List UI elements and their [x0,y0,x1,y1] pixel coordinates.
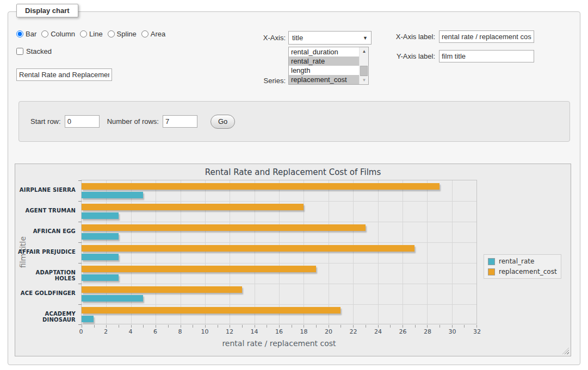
x-axis-tick [156,325,156,328]
plot-area [81,180,477,324]
category-label: ACADEMY DINOSAUR [15,311,76,323]
stacked-option[interactable]: Stacked [16,47,52,55]
chart-type-option-line[interactable]: Line [80,30,103,38]
chart-type-option-spline[interactable]: Spline [108,30,137,38]
chart-type-label: Spline [117,30,137,38]
x-tick-label: 28 [424,328,431,335]
gridline-vertical [205,180,206,324]
x-axis-tick [316,325,317,328]
chart-container: Rental Rate and Replacement Cost of Film… [15,164,571,356]
gridline-vertical [255,180,255,324]
x-tick-label: 10 [201,328,209,335]
bar-replacement_cost-airplane-sierra [82,183,440,190]
gridline-vertical [279,180,280,324]
x-tick-label: 26 [399,328,407,335]
series-option-rental_rate[interactable]: rental_rate [289,57,359,66]
series-option-length[interactable]: length [289,66,359,75]
legend-swatch-icon [488,268,495,275]
x-tick-label: 14 [251,328,258,335]
chart-type-radio-bar[interactable] [16,30,23,37]
x-axis-selected-value: title [292,34,363,42]
x-tick-label: 0 [79,328,83,335]
x-axis-tick [168,325,169,328]
num-rows-input[interactable] [163,115,197,128]
x-axis-tick [366,325,366,328]
bar-replacement_cost-ace-goldfinger [82,286,242,293]
x-axis-tick [143,325,144,328]
bar-rental_rate-affair-prejudice [82,254,119,260]
x-tick-label: 8 [178,328,182,335]
go-button[interactable]: Go [211,115,235,129]
gridline-vertical [131,180,132,324]
chart-type-radio-spline[interactable] [108,30,115,37]
x-axis-tick [218,325,218,328]
panel-title: Display chart [16,4,78,17]
x-axis-tick-labels: 02468101214161820222426283032 [81,328,477,336]
x-tick-label: 16 [275,328,283,335]
x-axis-tick [427,325,428,328]
x-axis-tick [279,325,280,328]
y-axis-tick [78,201,82,202]
gridline-vertical [156,180,156,324]
x-tick-label: 18 [300,328,308,335]
gridline-vertical [452,180,453,324]
chart-type-label: Bar [26,30,36,38]
series-options: rental_durationrental_ratelengthreplacem… [289,47,359,84]
bar-replacement_cost-adaptation-holes [82,266,316,272]
legend-item-replacement_cost: replacement_cost [488,268,557,275]
category-label: ADAPTATION HOLES [15,269,76,281]
chart-type-radio-area[interactable] [141,30,148,37]
series-option-replacement_cost[interactable]: replacement_cost [289,75,359,84]
chart-type-label: Area [151,30,165,38]
chart-type-radiogroup: BarColumnLineSplineArea [16,30,165,38]
x-axis-tick [205,325,206,328]
y-axis-label-input[interactable] [439,50,534,62]
chart-type-label: Column [51,30,75,38]
x-tick-label: 2 [104,328,108,335]
rows-panel: Start row: Number of rows: Go [18,101,570,142]
x-axis-tick [304,325,304,328]
chart-type-radio-line[interactable] [80,30,87,37]
x-axis-tick [119,325,119,328]
chart-title-input[interactable] [16,68,112,81]
y-axis-tick [78,242,82,243]
x-axis-tick [452,325,453,328]
x-axis-label-label: X-Axis label: [356,33,435,41]
bar-replacement_cost-academy-dinosaur [82,307,341,313]
scrollbar-thumb[interactable] [360,66,368,76]
x-axis-tick [415,325,416,328]
gridline-vertical [353,180,354,324]
start-row-input[interactable] [65,115,100,128]
x-axis-title: rental rate / replacement cost [81,339,477,348]
stacked-checkbox[interactable] [16,48,23,55]
gridline-vertical [403,180,403,324]
x-tick-label: 20 [325,328,332,335]
chart-type-option-bar[interactable]: Bar [16,30,36,38]
gridline-horizontal [82,222,476,222]
resize-handle-icon[interactable] [562,348,569,354]
series-option-rental_duration[interactable]: rental_duration [289,47,359,57]
x-axis-tick [440,325,440,328]
scroll-down-icon[interactable]: ▼ [360,76,369,84]
x-axis-tick [267,325,267,328]
chart-type-option-column[interactable]: Column [41,30,75,38]
category-label: AFRICAN EGG [15,228,76,234]
y-axis-label-label: Y-Axis label: [356,52,435,60]
bar-rental_rate-african-egg [82,233,119,240]
chart-type-option-area[interactable]: Area [141,30,165,38]
x-tick-label: 12 [226,328,233,335]
bar-rental_rate-agent-truman [82,212,119,219]
y-axis-tick [78,304,82,305]
y-axis-tick [78,222,82,222]
x-tick-label: 6 [153,328,157,335]
gridline-vertical [378,180,379,324]
x-axis-tick [82,325,82,328]
x-axis-tick [181,325,181,328]
category-label: AIRPLANE SIERRA [15,187,76,193]
gridline-horizontal [82,242,476,243]
y-axis-category-labels: AIRPLANE SIERRAAGENT TRUMANAFRICAN EGGAF… [15,180,76,324]
x-axis-tick [131,325,132,328]
x-axis-label-input[interactable] [439,30,534,43]
gridline-horizontal [82,263,476,264]
chart-type-radio-column[interactable] [41,30,48,37]
